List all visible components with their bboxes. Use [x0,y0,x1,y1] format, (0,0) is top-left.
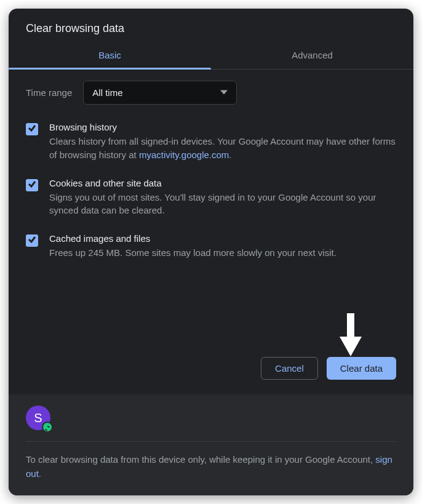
option-title: Cached images and files [49,233,396,244]
time-range-select[interactable]: All time [83,81,237,105]
footer-text: To clear browsing data from this device … [26,453,396,481]
check-icon [28,180,36,191]
tab-basic[interactable]: Basic [9,41,211,69]
option-desc: Signs you out of most sites. You'll stay… [49,191,396,218]
checkbox-browsing-history[interactable] [26,123,38,135]
option-cache: Cached images and files Frees up 245 MB.… [26,233,396,260]
check-icon [28,235,36,246]
cancel-button[interactable]: Cancel [261,357,318,380]
tab-advanced[interactable]: Advanced [211,41,413,69]
clear-data-button[interactable]: Clear data [327,357,396,380]
option-browsing-history: Browsing history Clears history from all… [26,122,396,162]
checkbox-cookies[interactable] [26,179,38,191]
account-row: S [26,406,396,442]
option-title: Browsing history [49,122,396,132]
sync-badge [42,422,53,433]
clear-browsing-data-dialog: Clear browsing data Basic Advanced Time … [9,9,413,495]
arrow-down-icon [337,313,364,359]
time-range-label: Time range [26,87,72,98]
avatar[interactable]: S [26,406,50,430]
option-desc: Clears history from all signed-in device… [49,135,396,162]
time-range-value: All time [92,87,122,98]
button-row: Cancel Clear data [9,357,413,394]
tabs: Basic Advanced [9,41,413,70]
dialog-footer: S To clear browsing data from this devic… [9,394,413,495]
dialog-content: Time range All time Browsing history Cle… [9,70,413,276]
sync-icon [44,420,50,434]
dialog-title: Clear browsing data [9,9,413,41]
chevron-down-icon [220,87,228,98]
myactivity-link[interactable]: myactivity.google.com [139,150,229,160]
option-cookies: Cookies and other site data Signs you ou… [26,178,396,218]
time-range-row: Time range All time [26,81,396,105]
option-desc: Frees up 245 MB. Some sites may load mor… [49,246,396,260]
checkbox-cache[interactable] [26,234,38,247]
avatar-letter: S [34,411,42,425]
check-icon [28,124,36,135]
option-title: Cookies and other site data [49,178,396,188]
